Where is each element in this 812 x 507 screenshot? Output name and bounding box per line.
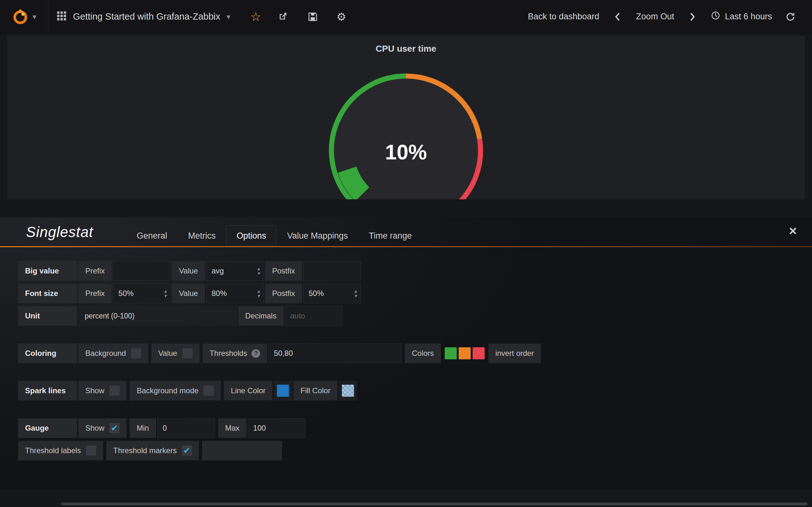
horizontal-scrollbar[interactable] bbox=[61, 503, 808, 505]
gear-icon[interactable]: ⚙ bbox=[334, 10, 348, 24]
coloring-background-label: Background bbox=[78, 343, 148, 363]
font-size-prefix-value: 50% bbox=[118, 289, 134, 298]
spark-lines-row: Spark lines Show Background mode Line Co… bbox=[18, 381, 812, 400]
background-mode-text: Background mode bbox=[137, 386, 199, 395]
options-form: Big value Prefix Value avg ▴▾ Postfix Fo… bbox=[0, 247, 812, 460]
chevron-right-icon[interactable] bbox=[686, 10, 699, 24]
decimals-input[interactable] bbox=[285, 306, 343, 326]
fill-color-label: Fill Color bbox=[293, 381, 338, 400]
gauge-max-input[interactable] bbox=[248, 418, 305, 438]
thresholds-label: Thresholds ? bbox=[203, 343, 267, 363]
unit-picker[interactable]: percent (0-100) bbox=[78, 306, 237, 326]
gauge-show-checkbox[interactable]: ✔ bbox=[109, 423, 119, 433]
star-icon[interactable]: ☆ bbox=[249, 10, 263, 24]
panel-title[interactable]: CPU user time bbox=[7, 44, 805, 54]
threshold-markers-label: Threshold markers ✔ bbox=[106, 441, 199, 460]
big-value-prefix-label: Prefix bbox=[78, 261, 112, 281]
share-icon[interactable] bbox=[277, 10, 291, 24]
color-swatch-red[interactable] bbox=[473, 347, 485, 359]
line-color-swatch[interactable] bbox=[277, 385, 289, 397]
caret-down-icon: ▾ bbox=[32, 12, 36, 21]
select-spinner-icon: ▴▾ bbox=[164, 289, 166, 298]
big-value-stat-value: avg bbox=[212, 267, 224, 275]
unit-value: percent (0-100) bbox=[85, 312, 135, 320]
close-editor-icon[interactable]: × bbox=[789, 224, 797, 238]
panel-type-title: Singlestat bbox=[26, 223, 93, 240]
unit-row-label: Unit bbox=[18, 306, 77, 326]
threshold-labels-text: Threshold labels bbox=[25, 446, 81, 455]
gauge-group: Gauge Show ✔ Min Max Threshold labels Th… bbox=[18, 418, 812, 460]
color-swatch-green[interactable] bbox=[445, 347, 457, 359]
dashboard-title-dropdown[interactable]: Getting Started with Grafana-Zabbix ▾ bbox=[48, 0, 239, 33]
threshold-markers-checkbox[interactable]: ✔ bbox=[182, 446, 192, 456]
grafana-menu-button[interactable]: ▾ bbox=[0, 0, 48, 33]
time-range-label: Last 6 hours bbox=[725, 12, 772, 21]
coloring-background-checkbox[interactable] bbox=[131, 348, 141, 358]
panel-editor: Singlestat General Metrics Options Value… bbox=[0, 217, 812, 489]
zoom-out-button[interactable]: Zoom Out bbox=[636, 12, 674, 21]
unit-row: Unit percent (0-100) Decimals bbox=[18, 306, 812, 326]
select-spinner-icon: ▴▾ bbox=[257, 266, 260, 276]
help-icon[interactable]: ? bbox=[252, 349, 260, 358]
tab-options[interactable]: Options bbox=[226, 225, 276, 246]
font-size-postfix-label: Postfix bbox=[265, 284, 302, 303]
select-spinner-icon: ▴▾ bbox=[257, 289, 260, 298]
grafana-logo-icon bbox=[11, 7, 29, 26]
coloring-value-checkbox[interactable] bbox=[183, 348, 193, 358]
colors-label: Colors bbox=[405, 343, 441, 363]
spark-lines-group: Spark lines Show Background mode Line Co… bbox=[18, 381, 812, 400]
coloring-value-text: Value bbox=[158, 349, 177, 358]
big-value-postfix-label: Postfix bbox=[265, 261, 302, 281]
big-value-value-label: Value bbox=[172, 261, 205, 281]
big-value-row-label: Big value bbox=[18, 261, 77, 281]
big-value-row: Big value Prefix Value avg ▴▾ Postfix bbox=[18, 261, 812, 281]
big-value-postfix-input[interactable] bbox=[303, 261, 361, 281]
invert-order-button[interactable]: invert order bbox=[489, 343, 541, 363]
fill-color-swatch[interactable] bbox=[342, 385, 354, 397]
empty-form-cell bbox=[202, 441, 282, 460]
font-size-prefix-label: Prefix bbox=[78, 284, 112, 303]
gauge-min-input[interactable] bbox=[157, 418, 215, 438]
spark-lines-row-label: Spark lines bbox=[18, 381, 77, 400]
refresh-icon[interactable] bbox=[783, 10, 798, 24]
background-mode-label: Background mode bbox=[130, 381, 221, 400]
background-mode-checkbox[interactable] bbox=[204, 386, 214, 396]
gauge-chart: 10% bbox=[317, 73, 495, 199]
tab-time-range[interactable]: Time range bbox=[358, 225, 422, 246]
gauge-row: Gauge Show ✔ Min Max bbox=[18, 418, 812, 438]
coloring-group: Coloring Background Value Thresholds ? C… bbox=[18, 343, 812, 363]
big-value-prefix-input[interactable] bbox=[113, 261, 171, 281]
thresholds-text: Thresholds bbox=[210, 349, 247, 358]
gauge-value-text: 10% bbox=[317, 140, 495, 164]
time-range-picker[interactable]: Last 6 hours bbox=[711, 11, 772, 22]
tab-general[interactable]: General bbox=[126, 225, 177, 246]
threshold-labels-checkbox[interactable] bbox=[86, 446, 96, 456]
navbar-right: Back to dashboard Zoom Out Last 6 hours bbox=[528, 10, 812, 24]
caret-down-icon: ▾ bbox=[226, 12, 230, 21]
dashboard-title: Getting Started with Grafana-Zabbix bbox=[73, 11, 220, 22]
big-value-stat-select[interactable]: avg ▴▾ bbox=[206, 261, 264, 281]
back-to-dashboard-button[interactable]: Back to dashboard bbox=[528, 12, 599, 21]
gauge-row-label: Gauge bbox=[18, 418, 77, 438]
fill-color-swatch-box bbox=[339, 381, 357, 400]
font-size-prefix-select[interactable]: 50% ▴▾ bbox=[113, 284, 171, 303]
gauge-max-label: Max bbox=[218, 418, 247, 438]
font-size-row: Font size Prefix 50% ▴▾ Value 80% ▴▾ Pos… bbox=[18, 284, 812, 303]
coloring-background-text: Background bbox=[85, 349, 126, 358]
save-icon[interactable] bbox=[306, 10, 320, 24]
editor-tabs: General Metrics Options Value Mappings T… bbox=[126, 217, 422, 246]
gauge-min-label: Min bbox=[130, 418, 156, 438]
color-swatch-orange[interactable] bbox=[459, 347, 471, 359]
singlestat-panel-preview: CPU user time 10% bbox=[7, 36, 805, 199]
clock-icon bbox=[711, 11, 720, 22]
spark-lines-show-checkbox[interactable] bbox=[109, 386, 119, 396]
threshold-labels-label: Threshold labels bbox=[18, 441, 103, 460]
coloring-row: Coloring Background Value Thresholds ? C… bbox=[18, 343, 812, 363]
chevron-left-icon[interactable] bbox=[611, 10, 624, 24]
select-spinner-icon: ▴▾ bbox=[354, 289, 357, 298]
tab-value-mappings[interactable]: Value Mappings bbox=[276, 225, 358, 246]
font-size-postfix-select[interactable]: 50% ▴▾ bbox=[303, 284, 361, 303]
tab-metrics[interactable]: Metrics bbox=[177, 225, 226, 246]
thresholds-input[interactable] bbox=[268, 343, 402, 363]
font-size-value-select[interactable]: 80% ▴▾ bbox=[206, 284, 264, 303]
